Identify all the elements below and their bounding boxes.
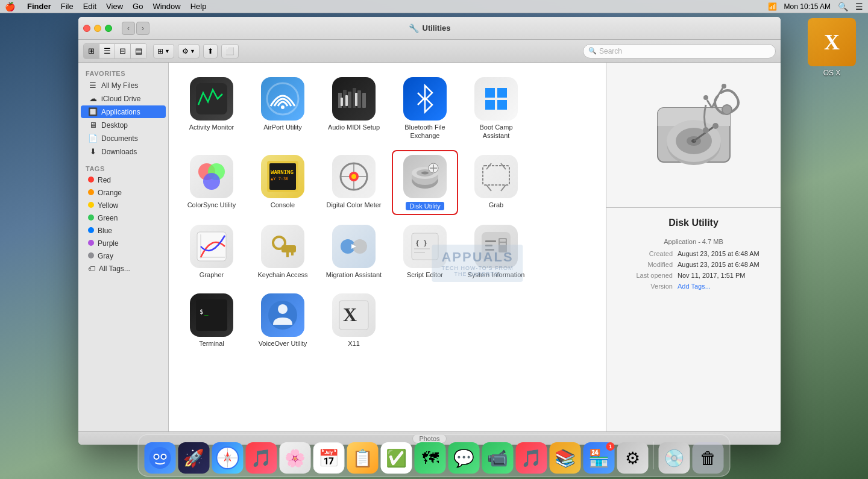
menu-finder[interactable]: Finder bbox=[27, 2, 51, 11]
dock-calendar[interactable]: 📅 Calendar bbox=[313, 442, 345, 474]
desktop-osx-icon[interactable]: X OS X bbox=[808, 18, 856, 77]
dock-ibooks-icon: 📚 bbox=[550, 442, 581, 474]
column-view-button[interactable]: ⊟ bbox=[115, 44, 131, 58]
sidebar-item-documents[interactable]: 📄 Documents bbox=[81, 132, 166, 145]
dock-ibooks[interactable]: 📚 iBooks bbox=[550, 442, 581, 474]
apple-menu[interactable]: 🍎 bbox=[5, 2, 15, 11]
tag-button[interactable]: ⬜ bbox=[221, 44, 239, 58]
file-item-colorsync[interactable]: ColorSync Utility bbox=[178, 150, 245, 215]
file-item-voiceover[interactable]: VoiceOver Utility bbox=[250, 289, 316, 352]
dock-reminders[interactable]: ✅ Reminders bbox=[381, 442, 412, 474]
icon-view-button[interactable]: ⊞ bbox=[84, 44, 99, 58]
dock-notes[interactable]: 📋 Notes bbox=[347, 442, 379, 474]
action-button[interactable]: ⚙ ▼ bbox=[178, 44, 200, 58]
file-item-script-editor[interactable]: { } Script Editor bbox=[392, 220, 458, 284]
dock-safari-icon bbox=[212, 442, 244, 474]
file-item-grab[interactable]: Grab bbox=[463, 150, 529, 215]
sidebar-tag-red[interactable]: Red bbox=[81, 174, 166, 186]
script-editor-icon: { } bbox=[403, 225, 447, 268]
wifi-icon[interactable]: 📶 bbox=[768, 2, 777, 11]
menubar: 🍎 Finder File Edit View Go Window Help 📶… bbox=[0, 0, 868, 13]
sidebar-all-tags[interactable]: 🏷 All Tags... bbox=[81, 263, 166, 275]
file-item-bootcamp[interactable]: Boot Camp Assistant bbox=[463, 72, 529, 145]
menu-window[interactable]: Window bbox=[153, 2, 180, 11]
arrange-button[interactable]: ⊞ ▼ bbox=[153, 44, 174, 58]
file-item-grapher[interactable]: Grapher bbox=[178, 220, 245, 284]
dock-itunes-music[interactable]: 🎵 iTunes bbox=[246, 442, 277, 474]
search-bar[interactable]: 🔍 Search bbox=[583, 44, 776, 58]
sidebar-tag-green[interactable]: Green bbox=[81, 212, 166, 224]
all-tags-icon: 🏷 bbox=[88, 265, 95, 273]
file-item-keychain[interactable]: Keychain Access bbox=[250, 220, 316, 284]
file-item-audio-midi[interactable]: Audio MIDI Setup bbox=[321, 72, 387, 145]
file-grid-area[interactable]: Activity Monitor AirPort Utility bbox=[169, 63, 606, 431]
dock-finder[interactable]: Finder bbox=[145, 442, 176, 474]
dock-photos[interactable]: 🌸 Photos bbox=[280, 442, 311, 474]
sidebar-tag-gray[interactable]: Gray bbox=[81, 250, 166, 262]
back-button[interactable]: ‹ bbox=[122, 22, 135, 35]
terminal-label: Terminal bbox=[199, 339, 224, 348]
sidebar-tag-purple[interactable]: Purple bbox=[81, 237, 166, 249]
dock-launchpad[interactable]: 🚀 Launchpad bbox=[178, 442, 210, 474]
menu-file[interactable]: File bbox=[61, 2, 74, 11]
dock-system-preferences[interactable]: ⚙ System Preferences bbox=[617, 442, 649, 474]
disk-utility-label: Disk Utility bbox=[406, 202, 444, 210]
maximize-button[interactable] bbox=[105, 25, 112, 32]
dock-facetime[interactable]: 📹 FaceTime bbox=[482, 442, 514, 474]
file-item-system-info[interactable]: System Information bbox=[463, 220, 529, 284]
sidebar-item-icloud-drive[interactable]: ☁ iCloud Drive bbox=[81, 92, 166, 105]
sidebar-item-desktop[interactable]: 🖥 Desktop bbox=[81, 119, 166, 131]
close-button[interactable] bbox=[83, 25, 90, 32]
file-item-digital-color-meter[interactable]: Digital Color Meter bbox=[321, 150, 387, 215]
add-tags-link[interactable]: Add Tags... bbox=[678, 283, 711, 290]
file-item-x11[interactable]: X X11 bbox=[321, 289, 387, 352]
file-item-terminal[interactable]: $ _ Terminal bbox=[178, 289, 245, 352]
sidebar-item-applications[interactable]: 🔲 Applications bbox=[81, 105, 166, 118]
dock: Finder 🚀 Launchpad Safari 🎵 iTunes 🌸 bbox=[138, 434, 731, 477]
dock-trash[interactable]: 🗑 Trash bbox=[693, 442, 724, 474]
sidebar-item-downloads[interactable]: ⬇ Downloads bbox=[81, 145, 166, 158]
grapher-icon bbox=[190, 225, 233, 268]
titlebar: ‹ › 🔧 Utilities bbox=[78, 17, 781, 40]
tag-purple-label: Purple bbox=[98, 239, 119, 248]
svg-rect-5 bbox=[348, 92, 351, 108]
disk-utility-preview-image bbox=[634, 75, 754, 195]
tag-purple-dot bbox=[88, 239, 94, 248]
file-item-bluetooth[interactable]: Bluetooth File Exchange bbox=[392, 72, 458, 145]
sidebar-tag-yellow[interactable]: Yellow bbox=[81, 199, 166, 211]
dock-disk-utility-dock[interactable]: 💿 Disk Utility bbox=[659, 442, 690, 474]
spotlight-icon[interactable]: 🔍 bbox=[838, 2, 848, 11]
sidebar-item-all-my-files[interactable]: ☰ All My Files bbox=[81, 79, 166, 92]
file-item-console[interactable]: WARNING ▲Y 7:36 Console bbox=[250, 150, 316, 215]
voiceover-label: VoiceOver Utility bbox=[259, 339, 307, 348]
dock-appstore[interactable]: 🏪 1 App Store bbox=[583, 442, 615, 474]
svg-text:_: _ bbox=[204, 308, 209, 316]
tag-gray-dot bbox=[88, 252, 94, 260]
forward-button[interactable]: › bbox=[136, 22, 149, 35]
list-view-button[interactable]: ☰ bbox=[99, 44, 115, 58]
dock-messages[interactable]: 💬 Messages bbox=[448, 442, 480, 474]
documents-icon: 📄 bbox=[88, 134, 98, 143]
tag-red-label: Red bbox=[98, 176, 111, 184]
notification-icon[interactable]: ☰ bbox=[855, 2, 863, 11]
dock-maps[interactable]: 🗺 Maps bbox=[415, 442, 446, 474]
all-my-files-icon: ☰ bbox=[88, 81, 98, 90]
dock-itunes-icon: 🎵 bbox=[516, 442, 547, 474]
file-item-disk-utility[interactable]: Disk Utility bbox=[392, 150, 458, 215]
minimize-button[interactable] bbox=[94, 25, 101, 32]
cover-flow-button[interactable]: ▤ bbox=[131, 44, 146, 58]
file-item-airport-utility[interactable]: AirPort Utility bbox=[250, 72, 316, 145]
file-item-activity-monitor[interactable]: Activity Monitor bbox=[178, 72, 245, 145]
svg-point-84 bbox=[703, 127, 709, 133]
menu-help[interactable]: Help bbox=[190, 2, 207, 11]
menu-edit[interactable]: Edit bbox=[83, 2, 96, 11]
sidebar-tag-orange[interactable]: Orange bbox=[81, 187, 166, 199]
menu-go[interactable]: Go bbox=[133, 2, 143, 11]
dock-appstore-icon: 🏪 1 bbox=[583, 442, 615, 474]
share-button[interactable]: ⬆ bbox=[203, 44, 218, 58]
dock-itunes[interactable]: 🎵 iTunes bbox=[516, 442, 547, 474]
dock-safari[interactable]: Safari bbox=[212, 442, 244, 474]
menu-view[interactable]: View bbox=[106, 2, 123, 11]
sidebar-tag-blue[interactable]: Blue bbox=[81, 225, 166, 237]
file-item-migration[interactable]: Migration Assistant bbox=[321, 220, 387, 284]
